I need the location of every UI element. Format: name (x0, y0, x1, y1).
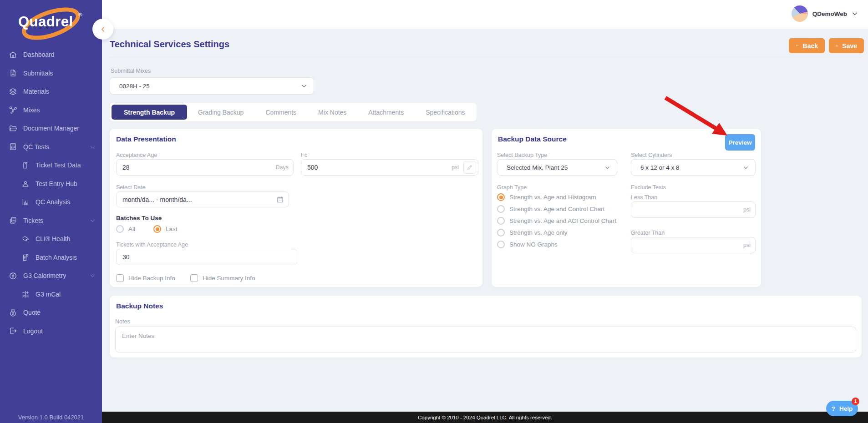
select-cylinders-label: Select Cylinders (631, 152, 672, 158)
sidebar-item-qc-analysis[interactable]: QC Analysis (0, 193, 102, 212)
greater-than-unit: psi (743, 242, 751, 248)
graph-type-radio-no-graphs[interactable]: Show NO Graphs (497, 241, 558, 248)
select-backup-type-value: Selected Mix, Plant 25 (497, 164, 604, 171)
hide-summary-info-checkbox[interactable]: Hide Summary Info (190, 274, 255, 282)
sidebar-collapse-button[interactable] (92, 19, 113, 40)
settings-tabs: Strength Backup Grading Backup Comments … (110, 103, 477, 121)
graph-type-radio-aci-control-chart[interactable]: Strength vs. Age and ACI Control Chart (497, 217, 616, 225)
tab-attachments[interactable]: Attachments (357, 105, 415, 120)
sidebar: Quadrel ® Dashboard Submittals Materials… (0, 0, 102, 423)
select-backup-type-select[interactable]: Selected Mix, Plant 25 (497, 159, 617, 176)
tickets-icon (9, 216, 17, 225)
help-button[interactable]: ? Help 1 (826, 401, 858, 416)
chevron-down-icon[interactable] (90, 273, 96, 279)
quadrel-logo: Quadrel ® (0, 4, 102, 40)
tab-comments[interactable]: Comments (254, 105, 307, 120)
radio-circle (153, 225, 161, 233)
chevron-down-icon[interactable] (90, 144, 96, 150)
sidebar-item-label: Test Entry Hub (36, 180, 77, 187)
hide-backup-info-checkbox[interactable]: Hide Backup Info (116, 274, 175, 282)
chevron-left-icon (100, 26, 107, 33)
fc-edit-button[interactable] (463, 161, 476, 174)
select-date-field[interactable] (116, 191, 289, 207)
less-than-unit: psi (743, 206, 751, 213)
greater-than-input[interactable] (631, 242, 743, 249)
save-floppy-icon (836, 42, 838, 50)
tickets-acceptance-age-label: Tickets with Acceptance Age (116, 242, 188, 248)
sidebar-item-test-entry-hub[interactable]: Test Entry Hub (0, 175, 102, 193)
sidebar-item-g3-mcal[interactable]: G3 mCal (0, 285, 102, 304)
sidebar-item-submittals[interactable]: Submittals (0, 64, 102, 83)
tab-grading-backup[interactable]: Grading Backup (187, 105, 254, 120)
graph-type-option-label: Strength vs. Age and Control Chart (509, 206, 604, 212)
tab-specifications[interactable]: Specifications (415, 105, 476, 120)
preview-button[interactable]: Preview (725, 134, 755, 151)
notes-textarea[interactable] (115, 327, 856, 352)
backup-data-source-title: Backup Data Source (498, 135, 567, 143)
sidebar-item-label: Submittals (23, 70, 53, 77)
page-title: Technical Services Settings (110, 39, 229, 50)
sidebar-item-logout[interactable]: Logout (0, 322, 102, 341)
molecule-icon (9, 106, 17, 114)
save-button[interactable]: Save (829, 38, 864, 53)
sidebar-item-mixes[interactable]: Mixes (0, 101, 102, 120)
batches-all-radio[interactable]: All (116, 225, 135, 233)
sidebar-item-label: Ticket Test Data (36, 161, 81, 169)
sidebar-item-label: G3 Calorimetry (23, 272, 66, 279)
math-operations-icon (21, 290, 30, 298)
back-label: Back (803, 42, 818, 50)
sidebar-item-document-manager[interactable]: Document Manager (0, 119, 102, 138)
exclude-tests-label: Exclude Tests (631, 184, 666, 191)
tickets-acceptance-age-field (116, 249, 297, 265)
avatar[interactable] (792, 5, 808, 22)
less-than-input[interactable] (631, 206, 743, 213)
batches-last-label: Last (166, 226, 178, 232)
back-button[interactable]: Back (789, 38, 825, 53)
sidebar-item-dashboard[interactable]: Dashboard (0, 45, 102, 64)
sidebar-item-materials[interactable]: Materials (0, 82, 102, 101)
fc-label: Fc (301, 152, 307, 158)
home-icon (9, 50, 17, 59)
tab-mix-notes[interactable]: Mix Notes (307, 105, 357, 120)
batches-to-use-label: Batches To Use (116, 215, 162, 222)
graph-type-radio-age-only[interactable]: Strength vs. Age only (497, 229, 568, 237)
acceptance-age-input[interactable] (117, 164, 276, 171)
help-label: Help (839, 405, 853, 412)
tickets-acceptance-age-input[interactable] (117, 253, 297, 261)
acceptance-age-label: Acceptance Age (116, 152, 157, 158)
greater-than-label: Greater Than (631, 230, 665, 236)
calorimetry-gauge-icon (9, 272, 17, 280)
select-date-label: Select Date (116, 184, 146, 191)
select-date-input[interactable] (117, 196, 276, 203)
sidebar-item-label: Batch Analysis (36, 254, 77, 261)
fc-input[interactable] (301, 164, 452, 171)
chevron-down-icon[interactable] (90, 218, 96, 224)
batches-last-radio[interactable]: Last (153, 225, 178, 233)
submittal-mixes-select[interactable]: 0028H - 25 (110, 77, 314, 95)
user-menu[interactable]: QDemoWeb (792, 5, 858, 22)
calendar-icon[interactable] (276, 196, 284, 203)
sidebar-item-ticket-test-data[interactable]: Ticket Test Data (0, 156, 102, 175)
chevron-down-icon (743, 165, 749, 171)
sidebar-item-g3-calorimetry[interactable]: G3 Calorimetry (0, 267, 102, 285)
sidebar-item-cli-health[interactable]: CLI® Health (0, 230, 102, 248)
chevron-down-icon (604, 165, 610, 171)
acceptance-age-unit: Days (276, 164, 289, 171)
greater-than-field: psi (631, 237, 756, 253)
sidebar-item-qc-tests[interactable]: QC Tests (0, 138, 102, 156)
sidebar-item-tickets[interactable]: Tickets (0, 212, 102, 230)
arrow-left-icon (796, 42, 799, 49)
submittal-mixes-value: 0028H - 25 (110, 83, 301, 90)
select-cylinders-select[interactable]: 6 x 12 or 4 x 8 (631, 159, 756, 176)
less-than-field: psi (631, 201, 756, 218)
fc-field: psi (301, 159, 478, 176)
graph-type-radio-control-chart[interactable]: Strength vs. Age and Control Chart (497, 205, 604, 213)
logo-text: Quadrel (18, 14, 73, 30)
sidebar-item-quote[interactable]: Quote (0, 303, 102, 322)
graph-type-radio-histogram[interactable]: Strength vs. Age and Histogram (497, 193, 596, 201)
acceptance-age-field: Days (116, 159, 294, 176)
sidebar-item-batch-analysis[interactable]: Batch Analysis (0, 248, 102, 267)
graph-type-option-label: Show NO Graphs (509, 241, 558, 248)
sidebar-item-label: Logout (23, 327, 43, 335)
tab-strength-backup[interactable]: Strength Backup (112, 105, 187, 120)
